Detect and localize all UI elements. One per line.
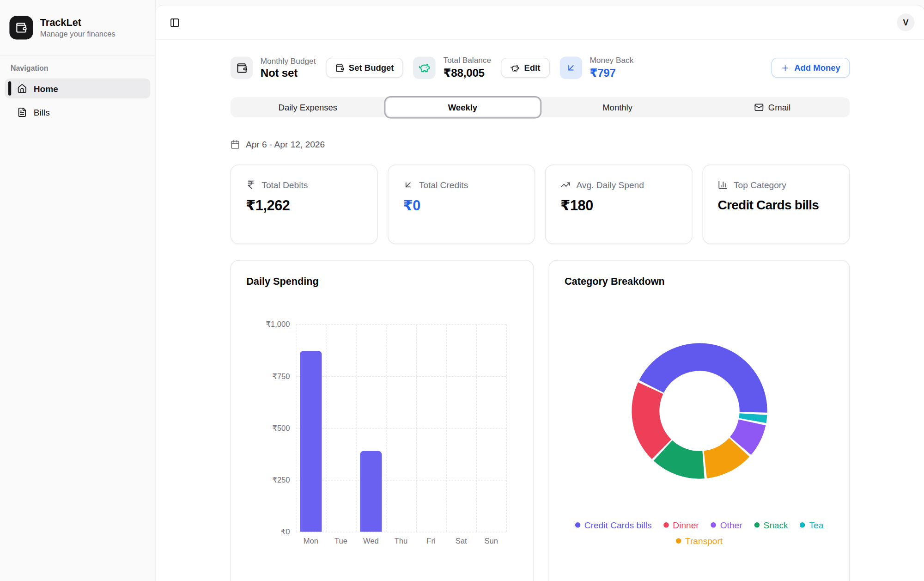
sidebar: TrackLet Manage your finances Navigation… bbox=[0, 0, 156, 581]
sidebar-item-label: Bills bbox=[34, 107, 50, 117]
topbar: V bbox=[156, 5, 924, 40]
sidebar-header: TrackLet Manage your finances bbox=[0, 0, 155, 56]
wallet-icon bbox=[231, 56, 253, 79]
x-axis-tick: Fri bbox=[426, 537, 435, 545]
plus-icon bbox=[781, 63, 790, 72]
content: Monthly Budget Not set Set Budget bbox=[231, 40, 850, 581]
chart-title: Daily Spending bbox=[246, 276, 518, 288]
stat-card-total-debits: Total Debits ₹1,262 bbox=[231, 165, 378, 244]
total-balance-group: Total Balance ₹88,005 bbox=[413, 56, 491, 80]
app-window: TrackLet Manage your finances Navigation… bbox=[0, 0, 924, 581]
bar-chart-x-axis: MonTueWedThuFriSatSun bbox=[296, 537, 506, 549]
date-range-text: Apr 6 - Apr 12, 2026 bbox=[246, 139, 325, 149]
piggy-bank-icon bbox=[413, 56, 436, 79]
sidebar-item-bills[interactable]: Bills bbox=[5, 102, 150, 122]
legend-item-tea: Tea bbox=[800, 520, 823, 530]
nav-section-label: Navigation bbox=[5, 64, 150, 79]
monthly-budget-value: Not set bbox=[261, 66, 316, 79]
tab-weekly[interactable]: Weekly bbox=[385, 97, 540, 117]
wallet-icon bbox=[335, 63, 344, 72]
tab-daily-expenses[interactable]: Daily Expenses bbox=[231, 97, 385, 117]
stat-value: Credit Cards bills bbox=[718, 197, 835, 213]
tab-gmail[interactable]: Gmail bbox=[695, 97, 850, 117]
monthly-budget-group: Monthly Budget Not set bbox=[231, 56, 316, 80]
stat-card-avg-daily-spend: Avg. Daily Spend ₹180 bbox=[545, 165, 693, 244]
gridline-h bbox=[296, 428, 506, 428]
x-axis-tick: Sat bbox=[456, 537, 467, 545]
wallet-icon bbox=[15, 22, 27, 34]
set-budget-button[interactable]: Set Budget bbox=[326, 58, 403, 78]
x-axis-tick: Sun bbox=[484, 537, 498, 545]
indian-rupee-icon bbox=[246, 180, 256, 190]
date-range-row: Apr 6 - Apr 12, 2026 bbox=[231, 139, 850, 149]
add-money-button[interactable]: Add Money bbox=[771, 58, 850, 78]
legend-dot bbox=[800, 522, 805, 527]
stat-label: Total Credits bbox=[419, 180, 468, 190]
money-back-label: Money Back bbox=[590, 56, 634, 65]
app-name: TrackLet bbox=[40, 17, 116, 29]
gridline-h bbox=[296, 324, 506, 325]
tab-monthly[interactable]: Monthly bbox=[540, 97, 695, 117]
legend-dot bbox=[711, 522, 716, 527]
calendar-icon bbox=[231, 140, 240, 149]
donut-legend: Credit Cards billsDinnerOtherSnackTeaTra… bbox=[549, 520, 849, 546]
charts-row: Daily Spending ₹0₹250₹500₹750₹1,000 MonT… bbox=[231, 260, 850, 581]
file-text-icon bbox=[17, 107, 27, 117]
legend-label: Transport bbox=[685, 536, 723, 546]
gridline-v bbox=[416, 324, 417, 532]
sidebar-item-home[interactable]: Home bbox=[5, 79, 150, 98]
bar-chart-y-axis: ₹0₹250₹500₹750₹1,000 bbox=[246, 324, 290, 532]
stat-value: ₹1,262 bbox=[246, 197, 363, 214]
legend-item-snack: Snack bbox=[754, 520, 788, 530]
legend-label: Dinner bbox=[673, 520, 699, 530]
gridline-v bbox=[296, 324, 296, 532]
user-avatar[interactable]: V bbox=[897, 13, 914, 31]
legend-item-other: Other bbox=[711, 520, 742, 530]
monthly-budget-label: Monthly Budget bbox=[261, 56, 316, 65]
sidebar-item-label: Home bbox=[34, 83, 58, 93]
legend-label: Snack bbox=[763, 520, 788, 530]
period-tabs: Daily Expenses Weekly Monthly Gmail bbox=[231, 97, 850, 117]
stat-label: Top Category bbox=[734, 180, 786, 190]
gridline-v bbox=[326, 324, 326, 532]
gridline-v bbox=[506, 324, 507, 532]
y-axis-tick: ₹500 bbox=[272, 423, 290, 432]
daily-spending-card: Daily Spending ₹0₹250₹500₹750₹1,000 MonT… bbox=[231, 260, 534, 581]
stat-card-top-category: Top Category Credit Cards bills bbox=[702, 165, 850, 244]
stat-label: Total Debits bbox=[261, 180, 308, 190]
stat-card-total-credits: Total Credits ₹0 bbox=[388, 165, 535, 244]
donut-segment-dinner bbox=[632, 382, 671, 459]
x-axis-tick: Mon bbox=[304, 537, 318, 545]
x-axis-tick: Tue bbox=[334, 537, 347, 545]
y-axis-tick: ₹250 bbox=[272, 476, 290, 484]
mail-icon bbox=[754, 103, 763, 112]
stat-value: ₹180 bbox=[560, 197, 677, 214]
money-back-group: Money Back ₹797 bbox=[559, 56, 633, 80]
legend-item-dinner: Dinner bbox=[663, 520, 699, 530]
total-balance-value: ₹88,005 bbox=[444, 66, 491, 80]
gridline-h bbox=[296, 376, 506, 377]
edit-balance-button[interactable]: Edit bbox=[501, 58, 550, 78]
gridline-v bbox=[476, 324, 477, 532]
app-logo bbox=[9, 16, 33, 39]
y-axis-tick: ₹750 bbox=[272, 372, 290, 380]
chart-column-icon bbox=[718, 180, 728, 190]
y-axis-tick: ₹1,000 bbox=[266, 320, 290, 329]
panel-left-icon bbox=[170, 18, 180, 28]
gridline-v bbox=[446, 324, 447, 532]
bar-Wed bbox=[360, 451, 382, 532]
gridline-v bbox=[356, 324, 356, 532]
legend-dot bbox=[575, 522, 580, 527]
legend-label: Other bbox=[720, 520, 742, 530]
main-area: V Monthly Budget Not set bbox=[156, 0, 924, 581]
gridline-h bbox=[296, 480, 506, 480]
gridline-v bbox=[386, 324, 386, 532]
sidebar-toggle-button[interactable] bbox=[165, 13, 183, 31]
trending-up-icon bbox=[560, 180, 571, 190]
legend-dot bbox=[663, 522, 669, 527]
stat-label: Avg. Daily Spend bbox=[576, 180, 644, 190]
legend-item-transport: Transport bbox=[676, 536, 723, 546]
stat-cards-row: Total Debits ₹1,262 Total Credits ₹0 bbox=[231, 165, 850, 244]
chart-title: Category Breakdown bbox=[565, 276, 834, 288]
x-axis-tick: Wed bbox=[363, 537, 379, 545]
